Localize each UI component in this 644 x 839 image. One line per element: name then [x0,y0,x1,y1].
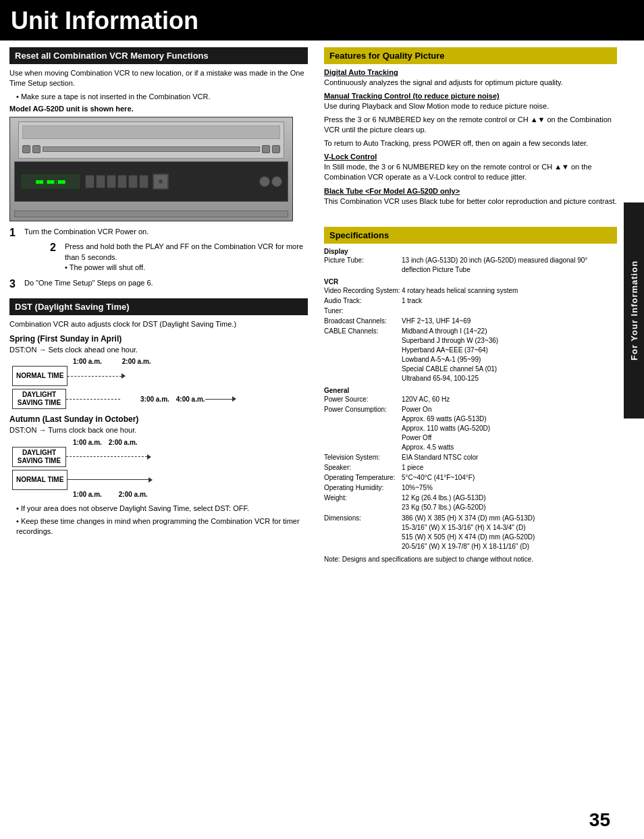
autumn-dst-box: DAYLIGHT SAVING TIME [12,447,66,467]
main-content: Reset all Combination VCR Memory Functio… [0,40,644,570]
spring-dst-row: DAYLIGHT SAVING TIME 3:00 a.m. 4:00 a.m. [12,389,308,409]
vcr-bottom-strip [14,211,288,217]
vlock-title: V-Lock Control [324,153,617,161]
autumn-body: DST:ON → Turns clock back one hour. [9,425,308,435]
spring-normal-box: NORMAL TIME [12,366,68,386]
picture-tube-row: Picture Tube: 13 inch (AG-513D) 20 inch … [324,256,617,275]
cable-value: Midband A through I (14~22) Superband J … [402,327,617,383]
op-humidity-row: Operating Humidity: 10%~75% [324,483,617,493]
spring-dst-line [66,399,120,400]
power-source-label: Power Source: [324,395,402,404]
step1-text: Turn the Combination VCR Power on. [24,227,149,239]
spring-time1: 1:00 a.m. [73,358,102,365]
step2-num: 2 [50,242,62,275]
steps-container: 1 Turn the Combination VCR Power on. 2 P… [9,227,308,290]
autumn-bottom-times: 1:00 a.m. 2:00 a.m. [73,491,308,498]
autumn-dst-line [66,456,147,457]
video-rec-value: 4 rotary heads helical scanning system [402,286,617,296]
speaker-label: Speaker: [324,463,402,472]
vcr-bar [43,146,260,152]
specs-section: Specifications Display Picture Tube: 13 … [324,227,617,563]
vlock-body: In Still mode, the 3 or 6 NUMBERED key o… [324,162,617,183]
vcr-display: ■■ ■■:■■ [20,173,81,190]
page-number: 35 [589,809,610,831]
dst-bullet2: • Keep these time changes in mind when p… [9,516,308,537]
step1-container: 1 Turn the Combination VCR Power on. [9,227,308,239]
spring-dst-box: DAYLIGHT SAVING TIME [12,389,66,409]
spring-time3: 3:00 a.m. [140,396,169,403]
vcr-right-btn-1 [259,176,270,187]
step3-container: 3 Do "One Time Setup" Steps on page 6. [9,278,308,290]
reset-header: Reset all Combination VCR Memory Functio… [9,47,308,64]
vcr-tape-slot [22,126,280,139]
reset-body1: Use when moving Combination VCR to new l… [9,68,308,89]
step2-body: Press and hold both the PLAY and FF on t… [65,242,308,275]
vcr-right-btns [259,176,282,187]
cable-row: CABLE Channels: Midband A through I (14~… [324,327,617,383]
vcr-btn-4 [272,145,280,153]
page-title: Unit Information [0,0,644,40]
features-section: Features for Quality Picture Digital Aut… [324,47,617,207]
power-source-value: 120V AC, 60 Hz [402,395,617,404]
autumn-dst-arrow [147,454,151,460]
reset-section: Reset all Combination VCR Memory Functio… [9,47,308,290]
autumn-time4b: 2:00 a.m. [119,491,148,498]
tv-system-value: EIA Standard NTSC color [402,453,617,462]
broadcast-row: Broadcast Channels: VHF 2~13, UHF 14~69 [324,317,617,326]
autumn-normal-box: NORMAL TIME [12,470,68,490]
dimensions-value: 386 (W) X 385 (H) X 374 (D) mm (AG-513D)… [402,514,617,551]
page-container: Unit Information Reset all Combination V… [0,0,644,839]
vcr-ctrl-btn-5 [128,175,138,188]
step3-text: Do "One Time Setup" Steps on page 6. [24,278,153,290]
vcr-ctrl-btn-1 [85,175,95,188]
broadcast-label: Broadcast Channels: [324,317,402,326]
tuner-label: Tuner: [324,306,402,316]
mtc-body2: Press the 3 or 6 NUMBERED key on the rem… [324,115,617,136]
step3-num: 3 [9,278,22,290]
bt-title: Black Tube <For Model AG-520D only> [324,187,617,195]
specs-header: Specifications [324,227,617,244]
speaker-row: Speaker: 1 piece [324,463,617,472]
power-consumption-value: Power On Approx. 69 watts (AG-513D) Appr… [402,405,617,452]
features-header: Features for Quality Picture [324,47,617,64]
picture-tube-value: 13 inch (AG-513D) 20 inch (AG-520D) meas… [402,256,617,275]
spring-dst-line2 [205,399,232,400]
power-consumption-row: Power Consumption: Power On Approx. 69 w… [324,405,617,452]
autumn-dst-row: DAYLIGHT SAVING TIME [12,447,308,467]
step2-container: 2 Press and hold both the PLAY and FF on… [50,242,308,275]
spring-time4: 4:00 a.m. [176,396,205,403]
mtc-title: Manual Tracking Control (to reduce pictu… [324,92,617,100]
side-tab-text: For Your Information [629,261,639,360]
op-humidity-label: Operating Humidity: [324,483,402,493]
spring-normal-arrow [122,373,126,379]
step2-bullet: • The power will shut off. [65,263,308,273]
dst-bullet1: • If your area does not observe Daylight… [9,504,308,514]
cable-label: CABLE Channels: [324,327,402,383]
dat-body: Continuously analyzes the signal and adj… [324,78,617,88]
autumn-time3b: 1:00 a.m. [73,491,102,498]
audio-track-value: 1 track [402,296,617,306]
dimensions-label: Dimensions: [324,514,402,551]
dimensions-row: Dimensions: 386 (W) X 385 (H) X 374 (D) … [324,514,617,551]
spring-time-labels: 1:00 a.m. 2:00 a.m. [73,358,308,365]
vcr-btn-1 [22,145,30,153]
tuner-value [402,306,617,316]
video-rec-label: Video Recording System: [324,286,402,296]
autumn-header: Autumn (Last Sunday in October) [9,414,308,424]
reset-bullet1: • Make sure a tape is not inserted in th… [9,92,308,102]
left-column: Reset all Combination VCR Memory Functio… [0,40,317,570]
power-consumption-label: Power Consumption: [324,405,402,452]
tuner-row: Tuner: [324,306,617,316]
bt-body: This Combination VCR uses Black tube for… [324,196,617,207]
vcr-right-btn-2 [271,176,282,187]
video-rec-row: Video Recording System: 4 rotary heads h… [324,286,617,296]
audio-track-label: Audio Track: [324,296,402,306]
spring-body: DST:ON → Sets clock ahead one hour. [9,345,308,355]
display-group: Display [324,248,617,255]
autumn-diagram: 1:00 a.m. 2:00 a.m. DAYLIGHT SAVING TIME… [12,439,308,498]
vcr-ctrl-btn-2 [96,175,105,188]
weight-label: Weight: [324,493,402,512]
dst-header: DST (Daylight Saving Time) [9,298,308,315]
tv-system-label: Television System: [324,453,402,462]
op-temp-label: Operating Temperature: [324,473,402,483]
